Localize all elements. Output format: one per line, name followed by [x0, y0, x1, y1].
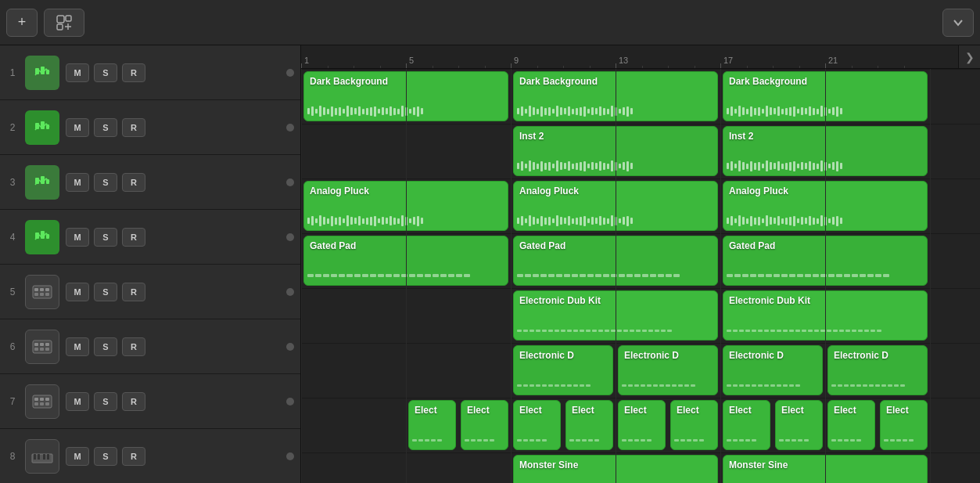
track-number-7: 7 — [6, 396, 19, 407]
track-mute-btn-2[interactable]: M — [66, 118, 89, 137]
clip-pattern — [412, 434, 452, 445]
clip-c25[interactable]: Elect — [775, 400, 823, 450]
track-mute-btn-3[interactable]: M — [66, 173, 89, 192]
grid-row-line — [301, 398, 980, 398]
clip-pattern — [622, 380, 714, 391]
track-mute-btn-1[interactable]: M — [66, 63, 89, 82]
track-controls-3: MSR — [66, 173, 280, 192]
track-record-btn-3[interactable]: R — [122, 173, 145, 192]
track-mute-btn-7[interactable]: M — [66, 392, 89, 411]
grid-row-line — [301, 452, 980, 453]
clip-c19[interactable]: Elect — [461, 400, 508, 450]
svg-rect-42 — [47, 454, 49, 460]
grid-col-line — [930, 69, 931, 483]
track-activity-dot-6 — [286, 343, 294, 351]
track-icon-6[interactable] — [25, 330, 59, 364]
track-solo-btn-8[interactable]: S — [94, 447, 117, 466]
svg-rect-24 — [33, 341, 52, 353]
track-record-btn-7[interactable]: R — [122, 392, 145, 411]
grid-row-line — [301, 233, 980, 234]
add-region-button[interactable] — [44, 9, 84, 37]
track-number-4: 4 — [6, 232, 19, 243]
track-icon-3[interactable] — [25, 165, 59, 200]
track-icon-7[interactable] — [25, 384, 59, 419]
clip-c21[interactable]: Elect — [565, 400, 613, 450]
svg-rect-36 — [40, 402, 44, 406]
track-activity-dot-7 — [286, 398, 294, 406]
svg-rect-0 — [57, 16, 64, 23]
clip-label: Electronic D — [834, 350, 924, 361]
svg-rect-32 — [34, 398, 38, 401]
track-record-btn-4[interactable]: R — [122, 228, 145, 247]
clip-c24[interactable]: Elect — [723, 400, 770, 450]
track-headers: 1MSR2MSR3MSR4MSR5MSR6MSR7MSR8MSR — [0, 45, 301, 483]
chevron-down-icon — [952, 16, 964, 29]
track-solo-btn-2[interactable]: S — [94, 118, 117, 137]
clip-c14[interactable]: Electronic D — [513, 345, 613, 395]
clip-pattern — [622, 434, 662, 445]
track-record-btn-1[interactable]: R — [122, 63, 145, 82]
svg-rect-18 — [34, 288, 38, 291]
svg-rect-30 — [45, 348, 49, 351]
ruler-label: 21 — [828, 56, 838, 65]
track-header-2: 2MSR — [0, 100, 300, 155]
track-mute-btn-5[interactable]: M — [66, 283, 89, 301]
track-mute-btn-8[interactable]: M — [66, 447, 89, 466]
clip-label: Elect — [886, 405, 924, 416]
scroll-right-button[interactable]: ❯ — [958, 45, 980, 69]
clip-c18[interactable]: Elect — [408, 400, 456, 450]
grid-row-line — [301, 343, 980, 344]
track-header-8: 8MSR — [0, 429, 300, 483]
track-record-btn-5[interactable]: R — [122, 283, 145, 301]
track-record-btn-2[interactable]: R — [122, 118, 145, 137]
track-solo-btn-4[interactable]: S — [94, 228, 117, 247]
track-icon-2[interactable] — [25, 110, 59, 145]
clip-c22[interactable]: Elect — [618, 400, 666, 450]
track-controls-4: MSR — [66, 228, 280, 247]
track-solo-btn-3[interactable]: S — [94, 173, 117, 192]
ruler-label: 5 — [409, 56, 414, 65]
svg-rect-27 — [45, 343, 49, 346]
track-controls-2: MSR — [66, 118, 280, 137]
track-activity-dot-5 — [286, 288, 294, 296]
track-icon-5[interactable] — [25, 275, 59, 309]
clip-c23[interactable]: Elect — [670, 400, 718, 450]
svg-rect-22 — [40, 293, 44, 296]
track-icon-4[interactable] — [25, 220, 59, 254]
track-solo-btn-5[interactable]: S — [94, 283, 117, 301]
svg-rect-29 — [40, 348, 44, 351]
clip-c17[interactable]: Electronic D — [827, 345, 928, 395]
clip-c20[interactable]: Elect — [513, 400, 561, 450]
track-solo-btn-6[interactable]: S — [94, 337, 117, 356]
grid-col-line — [825, 69, 826, 483]
track-header-6: 6MSR — [0, 319, 300, 374]
clip-label: Monster Sine — [519, 460, 714, 470]
add-track-button[interactable]: + — [6, 9, 38, 37]
toolbar: + — [0, 0, 980, 45]
collapse-button[interactable] — [942, 9, 974, 37]
clip-label: Dark Background — [519, 76, 714, 87]
track-icon-1[interactable] — [25, 56, 59, 90]
clip-label: Analog Pluck — [729, 186, 924, 196]
clip-pattern — [779, 434, 819, 445]
svg-rect-26 — [40, 343, 44, 346]
track-solo-btn-7[interactable]: S — [94, 392, 117, 411]
clip-c27[interactable]: Elect — [880, 400, 928, 450]
clip-pattern — [517, 380, 609, 391]
clip-label: Analog Pluck — [519, 186, 714, 196]
track-mute-btn-6[interactable]: M — [66, 337, 89, 356]
ruler-label: 17 — [723, 56, 733, 65]
ruler-label: 1 — [304, 56, 309, 65]
clip-label: Gated Pad — [310, 240, 504, 251]
track-icon-8[interactable] — [25, 439, 59, 474]
clip-c16[interactable]: Electronic D — [723, 345, 823, 395]
track-solo-btn-1[interactable]: S — [94, 63, 117, 82]
grid-col-line — [301, 69, 302, 483]
clip-c26[interactable]: Elect — [827, 400, 875, 450]
clip-c15[interactable]: Electronic D — [618, 345, 718, 395]
track-controls-1: MSR — [66, 63, 280, 82]
track-mute-btn-4[interactable]: M — [66, 228, 89, 247]
track-record-btn-6[interactable]: R — [122, 337, 145, 356]
track-activity-dot-8 — [286, 452, 294, 460]
track-record-btn-8[interactable]: R — [122, 447, 145, 466]
